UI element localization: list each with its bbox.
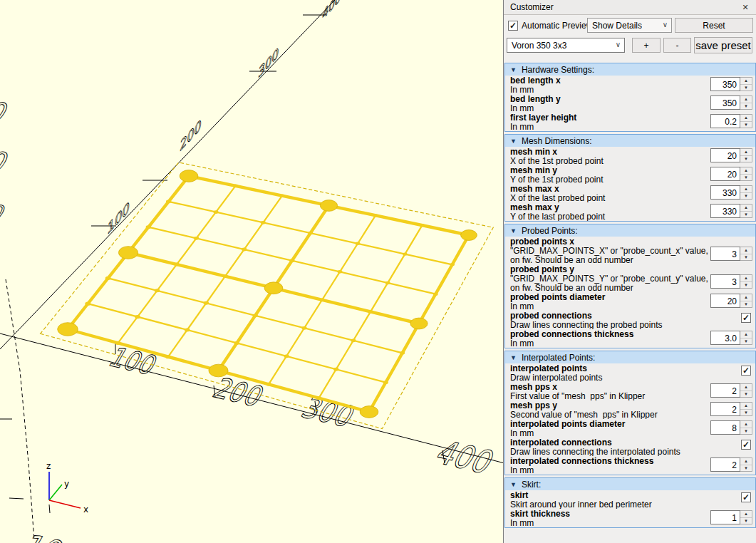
spin-down-icon[interactable]: ▼ <box>740 193 752 200</box>
spinbox-value[interactable]: 2 <box>710 402 740 416</box>
param-row-mesh-min-y: mesh min yY of the 1st probed point20▲▼ <box>505 165 755 184</box>
spin-up-icon[interactable]: ▲ <box>740 331 752 338</box>
interpolated-points-checkbox[interactable]: ✓ <box>741 366 751 376</box>
spinbox-buttons: ▲▼ <box>740 95 752 110</box>
spinbox-value[interactable]: 20 <box>710 167 740 181</box>
spinbox-value[interactable]: 330 <box>710 204 740 218</box>
spin-up-icon[interactable]: ▲ <box>740 247 752 254</box>
spin-down-icon[interactable]: ▼ <box>740 465 752 472</box>
first-layer-height-spinbox[interactable]: 0.2▲▼ <box>710 114 752 128</box>
param-row-interpolated-connections: interpolated connectionsDraw lines conne… <box>505 438 755 456</box>
automatic-preview-checkbox[interactable]: ✓ <box>508 21 518 31</box>
mesh-pps-x-spinbox[interactable]: 2▲▼ <box>710 383 752 398</box>
spin-down-icon[interactable]: ▼ <box>740 391 752 398</box>
spin-up-icon[interactable]: ▲ <box>740 149 752 156</box>
remove-preset-button[interactable]: - <box>663 38 691 53</box>
spin-up-icon[interactable]: ▲ <box>740 115 752 122</box>
spinbox-value[interactable]: 3 <box>710 247 740 261</box>
mesh-min-y-spinbox[interactable]: 20▲▼ <box>710 167 752 181</box>
mesh-min-x-spinbox[interactable]: 20▲▼ <box>710 148 752 162</box>
add-preset-button[interactable]: + <box>632 38 661 53</box>
bed-length-y-spinbox[interactable]: 350▲▼ <box>710 95 752 110</box>
probed-connections-thickness-spinbox[interactable]: 3.0▲▼ <box>710 331 752 345</box>
probed-points-x-spinbox[interactable]: 3▲▼ <box>710 247 752 261</box>
spin-up-icon[interactable]: ▲ <box>740 403 752 410</box>
param-row-mesh-pps-y: mesh pps ySecond value of "mesh_pps" in … <box>505 400 755 419</box>
spin-up-icon[interactable]: ▲ <box>740 186 752 193</box>
probed-connections-checkbox[interactable]: ✓ <box>741 313 751 323</box>
3d-scene[interactable]: 10020030040010020030040000000100zyx <box>0 0 503 543</box>
spinbox-buttons: ▲▼ <box>740 383 752 398</box>
spin-up-icon[interactable]: ▲ <box>740 384 752 391</box>
section-header-hardware-settings[interactable]: ▼Hardware Settings: <box>505 63 755 76</box>
section-header-mesh-dimensions[interactable]: ▼Mesh Dimensions: <box>505 135 755 147</box>
spin-up-icon[interactable]: ▲ <box>740 275 752 282</box>
spin-down-icon[interactable]: ▼ <box>740 122 752 128</box>
spin-up-icon[interactable]: ▲ <box>740 167 752 175</box>
details-dropdown[interactable]: Show Details ∨ <box>587 18 672 33</box>
mesh-max-y-spinbox[interactable]: 330▲▼ <box>710 204 752 218</box>
spinbox-value[interactable]: 2 <box>710 383 740 398</box>
interpolated-connections-thickness-spinbox[interactable]: 2▲▼ <box>710 457 752 472</box>
skirt-thickness-spinbox[interactable]: 1▲▼ <box>710 510 752 524</box>
spinbox-value[interactable]: 3 <box>710 274 740 289</box>
spin-up-icon[interactable]: ▲ <box>740 421 752 428</box>
bed-length-x-spinbox[interactable]: 350▲▼ <box>710 77 752 91</box>
spin-down-icon[interactable]: ▼ <box>740 254 752 261</box>
spinbox-value[interactable]: 20 <box>710 148 740 162</box>
spin-down-icon[interactable]: ▼ <box>740 301 752 308</box>
section-skirt: ▼Skirt:skirtSkirt around your inner bed … <box>504 477 756 528</box>
spinbox-value[interactable]: 330 <box>710 185 740 200</box>
spin-down-icon[interactable]: ▼ <box>740 282 752 289</box>
spin-up-icon[interactable]: ▲ <box>740 458 752 465</box>
spin-up-icon[interactable]: ▲ <box>740 96 752 103</box>
param-description: Skirt around your inner bed perimeter <box>510 500 751 509</box>
spinbox-value[interactable]: 8 <box>710 420 740 435</box>
spin-down-icon[interactable]: ▼ <box>740 212 752 218</box>
spin-down-icon[interactable]: ▼ <box>740 428 752 435</box>
spinbox-value[interactable]: 350 <box>710 77 740 91</box>
probed-points-diameter-spinbox[interactable]: 20▲▼ <box>710 294 752 308</box>
spin-down-icon[interactable]: ▼ <box>740 338 752 345</box>
spin-up-icon[interactable]: ▲ <box>740 294 752 301</box>
section-probed-points: ▼Probed Points:probed points x"GRID_MAX_… <box>504 224 756 348</box>
panel-title: Customizer <box>510 2 554 12</box>
spinbox-buttons: ▲▼ <box>740 185 752 200</box>
interpolated-connections-checkbox[interactable]: ✓ <box>741 440 751 450</box>
spin-up-icon[interactable]: ▲ <box>740 205 752 212</box>
spin-down-icon[interactable]: ▼ <box>740 518 752 524</box>
spin-down-icon[interactable]: ▼ <box>740 175 752 181</box>
spin-down-icon[interactable]: ▼ <box>740 103 752 110</box>
spinbox-value[interactable]: 1 <box>710 510 740 524</box>
close-icon[interactable]: ✕ <box>740 2 750 12</box>
preset-dropdown[interactable]: Voron 350 3x3 ∨ <box>507 38 625 53</box>
section-header-skirt[interactable]: ▼Skirt: <box>505 478 755 490</box>
spin-down-icon[interactable]: ▼ <box>740 410 752 416</box>
details-dropdown-value: Show Details <box>592 21 642 31</box>
spin-up-icon[interactable]: ▲ <box>740 78 752 85</box>
section-header-interpolated-points[interactable]: ▼Interpolated Points: <box>505 351 755 363</box>
save-preset-button[interactable]: save preset <box>694 37 752 53</box>
spinbox-value[interactable]: 20 <box>710 294 740 308</box>
spin-up-icon[interactable]: ▲ <box>740 511 752 518</box>
spinbox-value[interactable]: 350 <box>710 95 740 110</box>
param-row-probed-points-diameter: probed points diameterIn mm20▲▼ <box>505 292 755 311</box>
svg-text:x: x <box>83 505 88 514</box>
section-header-probed-points[interactable]: ▼Probed Points: <box>505 224 755 237</box>
skirt-checkbox[interactable]: ✓ <box>741 492 751 502</box>
param-row-probed-connections-thickness: probed connections thicknessIn mm3.0▲▼ <box>505 329 755 348</box>
section-title: Probed Points: <box>522 226 578 236</box>
spinbox-value[interactable]: 3.0 <box>710 331 740 345</box>
interpolated-points-diameter-spinbox[interactable]: 8▲▼ <box>710 420 752 435</box>
spinbox-value[interactable]: 0.2 <box>710 114 740 128</box>
mesh-pps-y-spinbox[interactable]: 2▲▼ <box>710 402 752 416</box>
spinbox-value[interactable]: 2 <box>710 457 740 472</box>
spinbox-buttons: ▲▼ <box>740 247 752 261</box>
mesh-max-x-spinbox[interactable]: 330▲▼ <box>710 185 752 200</box>
spin-down-icon[interactable]: ▼ <box>740 156 752 162</box>
probed-points-y-spinbox[interactable]: 3▲▼ <box>710 274 752 289</box>
3d-viewport[interactable]: 10020030040010020030040000000100zyx <box>0 0 503 543</box>
reset-button[interactable]: Reset <box>675 18 753 33</box>
automatic-preview-label: Automatic Preview <box>522 21 592 31</box>
spin-down-icon[interactable]: ▼ <box>740 85 752 91</box>
